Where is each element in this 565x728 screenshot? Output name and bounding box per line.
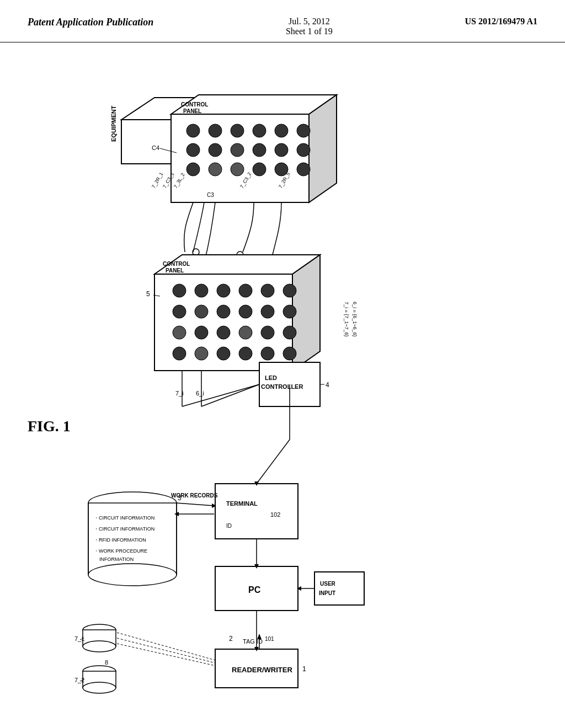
svg-point-50 bbox=[261, 305, 274, 318]
svg-text:8: 8 bbox=[105, 659, 108, 666]
svg-point-96 bbox=[83, 641, 116, 652]
svg-point-85 bbox=[88, 564, 177, 586]
svg-point-44 bbox=[261, 284, 274, 297]
svg-rect-135 bbox=[315, 572, 364, 605]
pc-box: PC bbox=[215, 566, 298, 611]
svg-text:TERMINAL: TERMINAL bbox=[226, 500, 258, 507]
svg-line-114 bbox=[117, 633, 215, 660]
svg-point-10 bbox=[253, 124, 266, 137]
publication-date: Jul. 5, 2012 Sheet 1 of 19 bbox=[286, 17, 333, 36]
svg-text:ID: ID bbox=[226, 523, 232, 529]
svg-point-57 bbox=[283, 326, 296, 339]
svg-text:101: 101 bbox=[265, 636, 274, 642]
svg-text:5: 5 bbox=[146, 290, 150, 298]
svg-point-43 bbox=[239, 284, 252, 297]
svg-point-45 bbox=[283, 284, 296, 297]
svg-point-52 bbox=[173, 326, 186, 339]
svg-point-7 bbox=[186, 124, 200, 137]
svg-text:USER: USER bbox=[320, 581, 336, 587]
svg-point-54 bbox=[217, 326, 230, 339]
svg-text:・WORK PROCEDURE: ・WORK PROCEDURE bbox=[94, 548, 147, 554]
svg-rect-119 bbox=[215, 484, 298, 539]
svg-text:102: 102 bbox=[270, 511, 280, 518]
patent-number: US 2012/169479 A1 bbox=[465, 17, 537, 26]
svg-point-63 bbox=[283, 347, 296, 360]
svg-point-58 bbox=[173, 347, 186, 360]
svg-point-16 bbox=[253, 143, 266, 157]
svg-line-124 bbox=[177, 503, 214, 506]
svg-point-60 bbox=[217, 347, 230, 360]
svg-point-12 bbox=[297, 124, 310, 137]
svg-point-22 bbox=[253, 163, 266, 176]
svg-point-21 bbox=[231, 163, 244, 176]
svg-point-101 bbox=[83, 682, 116, 693]
svg-point-40 bbox=[173, 284, 186, 297]
svg-line-115 bbox=[117, 638, 215, 663]
svg-point-51 bbox=[283, 305, 296, 318]
svg-point-62 bbox=[261, 347, 274, 360]
svg-point-48 bbox=[217, 305, 230, 318]
svg-text:CONTROL: CONTROL bbox=[163, 261, 190, 267]
svg-line-133 bbox=[257, 440, 290, 484]
svg-text:・CIRCUIT INFORMATION: ・CIRCUIT INFORMATION bbox=[94, 515, 154, 521]
svg-point-20 bbox=[209, 163, 222, 176]
rfid-tag-2 bbox=[83, 666, 116, 693]
diagram-area: FIG. 1 EQUIPMENT bbox=[0, 42, 565, 726]
svg-point-59 bbox=[195, 347, 208, 360]
svg-text:CONTROL: CONTROL bbox=[181, 101, 208, 108]
svg-point-9 bbox=[231, 124, 244, 137]
svg-point-17 bbox=[275, 143, 288, 157]
svg-line-79 bbox=[182, 384, 259, 406]
svg-point-8 bbox=[209, 124, 222, 137]
terminal-box: TERMINAL ID bbox=[215, 484, 298, 539]
patent-diagram: EQUIPMENT bbox=[44, 87, 519, 728]
svg-point-61 bbox=[239, 347, 252, 360]
svg-point-18 bbox=[297, 143, 310, 157]
svg-text:LED: LED bbox=[265, 374, 277, 381]
svg-point-42 bbox=[217, 284, 230, 297]
svg-text:INFORMATION: INFORMATION bbox=[99, 556, 134, 562]
svg-text:WORK RECORDS: WORK RECORDS bbox=[171, 493, 218, 499]
top-control-panel: CONTROL PANEL bbox=[171, 95, 337, 202]
svg-text:1: 1 bbox=[302, 665, 306, 673]
bottom-control-panel: CONTROL PANEL bbox=[154, 255, 320, 371]
svg-point-15 bbox=[231, 143, 244, 157]
svg-line-80 bbox=[201, 384, 259, 406]
svg-point-14 bbox=[209, 143, 222, 157]
svg-text:・RFID INFORMATION: ・RFID INFORMATION bbox=[94, 537, 146, 543]
svg-point-55 bbox=[239, 326, 252, 339]
svg-point-49 bbox=[239, 305, 252, 318]
svg-text:C3: C3 bbox=[207, 192, 214, 198]
database-cylinder: ・CIRCUIT INFORMATION ・CIRCUIT INFORMATIO… bbox=[88, 492, 177, 586]
reader-writer-box: READER/WRITER bbox=[215, 649, 298, 688]
svg-text:INPUT: INPUT bbox=[319, 590, 335, 596]
svg-marker-112 bbox=[257, 634, 262, 639]
svg-point-53 bbox=[195, 326, 208, 339]
svg-text:CONTROLLER: CONTROLLER bbox=[261, 383, 303, 390]
svg-text:PANEL: PANEL bbox=[166, 267, 184, 274]
svg-point-13 bbox=[186, 143, 200, 157]
svg-text:6_i = {6_1~6_6}: 6_i = {6_1~6_6} bbox=[352, 302, 358, 337]
svg-text:PC: PC bbox=[248, 585, 261, 595]
svg-point-24 bbox=[297, 163, 310, 176]
svg-text:READER/WRITER: READER/WRITER bbox=[232, 666, 292, 674]
svg-marker-6 bbox=[309, 95, 337, 202]
svg-text:EQUIPMENT: EQUIPMENT bbox=[110, 105, 117, 142]
svg-marker-39 bbox=[292, 255, 320, 371]
svg-point-19 bbox=[186, 163, 200, 176]
svg-line-116 bbox=[117, 644, 215, 666]
svg-text:6_i: 6_i bbox=[196, 390, 204, 397]
svg-point-11 bbox=[275, 124, 288, 137]
page-header: Patent Application Publication Jul. 5, 2… bbox=[0, 0, 565, 42]
svg-text:4: 4 bbox=[326, 381, 329, 389]
svg-text:PANEL: PANEL bbox=[183, 108, 201, 114]
svg-point-47 bbox=[195, 305, 208, 318]
publication-title: Patent Application Publication bbox=[28, 17, 153, 28]
svg-point-46 bbox=[173, 305, 186, 318]
svg-point-56 bbox=[261, 326, 274, 339]
svg-text:2: 2 bbox=[229, 635, 233, 643]
rfid-tag-1 bbox=[83, 624, 116, 652]
user-input-box: USER INPUT bbox=[315, 572, 364, 605]
svg-text:7_i = {7_1~7_6}: 7_i = {7_1~7_6} bbox=[344, 302, 349, 337]
svg-text:C4: C4 bbox=[152, 144, 159, 151]
